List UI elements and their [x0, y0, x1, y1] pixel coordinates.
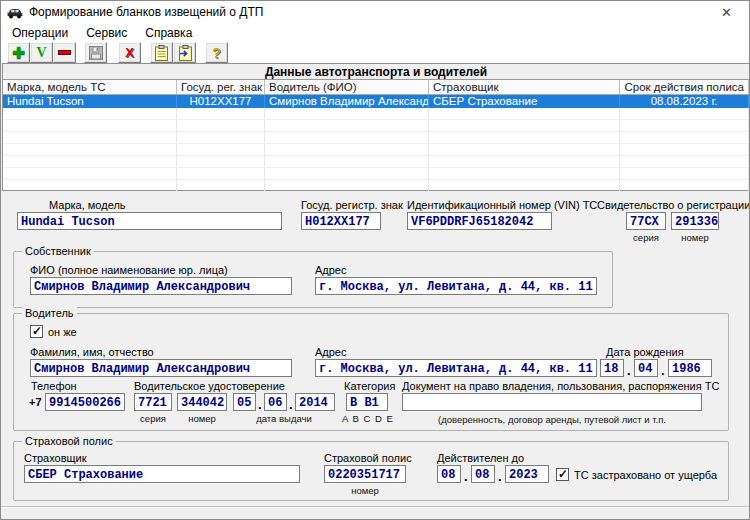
- table-row: [3, 108, 749, 120]
- vin-field[interactable]: VF6PDDRFJ65182042: [407, 212, 552, 230]
- insured-checkbox[interactable]: ТС застраховано от ущерба: [556, 468, 717, 481]
- issue-day-field[interactable]: 05: [233, 393, 256, 411]
- cert-series-field[interactable]: 77CX: [626, 212, 666, 230]
- cell-reg: H012XX177: [177, 95, 265, 108]
- driver-name-label: Фамилия, имя, отчество: [30, 346, 154, 358]
- date-separator: .: [498, 469, 502, 484]
- category-label: Категория: [344, 380, 395, 392]
- category-caption: A B C D E: [342, 413, 394, 424]
- cancel-button[interactable]: X: [118, 42, 141, 63]
- date-separator: .: [464, 469, 468, 484]
- clipboard-insert-button[interactable]: [173, 42, 196, 63]
- menu-operations[interactable]: Операции: [3, 24, 77, 42]
- same-person-checkbox[interactable]: он же: [30, 325, 77, 338]
- issue-date-caption: дата выдачи: [233, 413, 335, 424]
- driver-address-field[interactable]: г. Москва, ул. Левитана, д. 44, кв. 11: [315, 359, 597, 377]
- owner-group-label: Собственник: [22, 245, 94, 257]
- license-label: Водительское удостоверение: [134, 380, 285, 392]
- title-bar: Формирование бланков извещений о ДТП ✕: [1, 1, 749, 23]
- vehicles-table: Данные автотранспорта и водителей Марка,…: [2, 63, 750, 191]
- clipboard-icon: [155, 45, 168, 61]
- table-row: [3, 132, 749, 144]
- category-field[interactable]: B B1: [346, 393, 388, 411]
- details-form: Марка, модель Hundai Tucson Госуд. регис…: [1, 191, 750, 506]
- issue-year-field[interactable]: 2014: [295, 393, 335, 411]
- reg-label: Госуд. регистр. знак: [301, 199, 403, 211]
- date-separator: .: [661, 363, 665, 378]
- ownership-doc-caption: (доверенность, договор аренды, путевой л…: [402, 414, 702, 425]
- license-number-field[interactable]: 344042: [177, 393, 227, 411]
- ownership-doc-field[interactable]: [402, 393, 702, 411]
- policy-number-field[interactable]: 0220351717: [324, 465, 406, 483]
- birth-date-label: Дата рождения: [606, 346, 684, 358]
- app-window: Формирование бланков извещений о ДТП ✕ О…: [0, 0, 750, 520]
- checkbox-checked-icon: [30, 325, 43, 338]
- insured-label: ТС застраховано от ущерба: [574, 469, 717, 481]
- make-label: Марка, модель: [49, 199, 126, 211]
- status-bar: [1, 508, 750, 520]
- table-row-selected[interactable]: Hundai Tucson H012XX177 Смирнов Владимир…: [3, 95, 749, 108]
- license-series-caption: серия: [134, 413, 172, 424]
- column-header-make[interactable]: Марка, модель ТС: [3, 80, 177, 94]
- valid-month-field[interactable]: 08: [471, 465, 495, 483]
- column-header-reg[interactable]: Госуд. рег. знак: [177, 80, 265, 94]
- help-button[interactable]: ?: [205, 42, 228, 63]
- column-header-driver[interactable]: Водитель (ФИО): [265, 80, 429, 94]
- owner-address-field[interactable]: г. Москва, ул. Левитана, д. 44, кв. 11: [315, 277, 597, 295]
- driver-address-label: Адрес: [315, 346, 347, 358]
- cert-number-field[interactable]: 291336: [671, 212, 719, 230]
- table-row: [3, 168, 749, 180]
- save-button[interactable]: [84, 42, 107, 63]
- policy-group-label: Страховой полис: [22, 435, 116, 447]
- column-header-insurer[interactable]: Страховщик: [429, 80, 620, 94]
- phone-label: Телефон: [31, 380, 77, 392]
- floppy-disk-icon: [89, 46, 103, 60]
- driver-group: Водитель он же Фамилия, имя, отчество См…: [13, 313, 729, 431]
- toolbar: ✚ V X: [1, 42, 749, 63]
- make-field[interactable]: Hundai Tucson: [17, 212, 282, 230]
- date-separator: .: [258, 397, 262, 412]
- date-separator: .: [627, 363, 631, 378]
- cell-insurer: СБЕР Страхование: [429, 95, 620, 108]
- table-row: [3, 156, 749, 168]
- close-button[interactable]: ✕: [704, 1, 749, 23]
- delete-button[interactable]: [53, 42, 76, 63]
- menu-help[interactable]: Справка: [136, 24, 201, 42]
- question-mark-icon: ?: [212, 46, 221, 60]
- ownership-doc-label: Документ на право владения, пользования,…: [402, 380, 719, 392]
- cell-validity: 08.08.2023 г.: [620, 95, 749, 108]
- cert-series-caption: серия: [626, 232, 666, 243]
- reg-field[interactable]: H012XX177: [301, 212, 381, 230]
- issue-month-field[interactable]: 06: [264, 393, 287, 411]
- same-person-label: он же: [48, 326, 77, 338]
- valid-day-field[interactable]: 08: [437, 465, 461, 483]
- birth-month-field[interactable]: 04: [634, 359, 658, 377]
- clipboard-arrow-icon: [178, 45, 192, 61]
- plus-icon: ✚: [12, 45, 25, 60]
- owner-group: Собственник ФИО (полное наименование юр.…: [13, 251, 613, 308]
- phone-field[interactable]: 9914500266: [45, 393, 125, 411]
- birth-year-field[interactable]: 1986: [668, 359, 712, 377]
- owner-address-label: Адрес: [315, 264, 347, 276]
- checkbox-checked-icon: [556, 468, 569, 481]
- clipboard-button[interactable]: [150, 42, 173, 63]
- confirm-button[interactable]: V: [30, 42, 53, 63]
- table-title: Данные автотранспорта и водителей: [3, 64, 749, 80]
- policy-group: Страховой полис Страховщик СБЕР Страхова…: [13, 441, 729, 501]
- policy-number-label: Страховой полис: [324, 452, 412, 464]
- birth-day-field[interactable]: 18: [600, 359, 624, 377]
- driver-name-field[interactable]: Смирнов Владимир Александрович: [30, 359, 292, 377]
- menu-service[interactable]: Сервис: [77, 24, 136, 42]
- driver-group-label: Водитель: [22, 307, 77, 319]
- table-header-row: Марка, модель ТС Госуд. рег. знак Водите…: [3, 80, 749, 95]
- add-button[interactable]: ✚: [7, 42, 30, 63]
- insurer-field[interactable]: СБЕР Страхование: [24, 465, 300, 483]
- column-header-validity[interactable]: Срок действия полиса: [620, 80, 749, 94]
- cell-make: Hundai Tucson: [3, 95, 177, 108]
- insurer-label: Страховщик: [24, 452, 87, 464]
- owner-name-field[interactable]: Смирнов Владимир Александрович: [30, 277, 292, 295]
- license-series-field[interactable]: 7721: [134, 393, 172, 411]
- vin-label: Идентификационный номер (VIN) ТС: [407, 199, 597, 211]
- valid-year-field[interactable]: 2023: [505, 465, 549, 483]
- minus-icon: [58, 50, 71, 55]
